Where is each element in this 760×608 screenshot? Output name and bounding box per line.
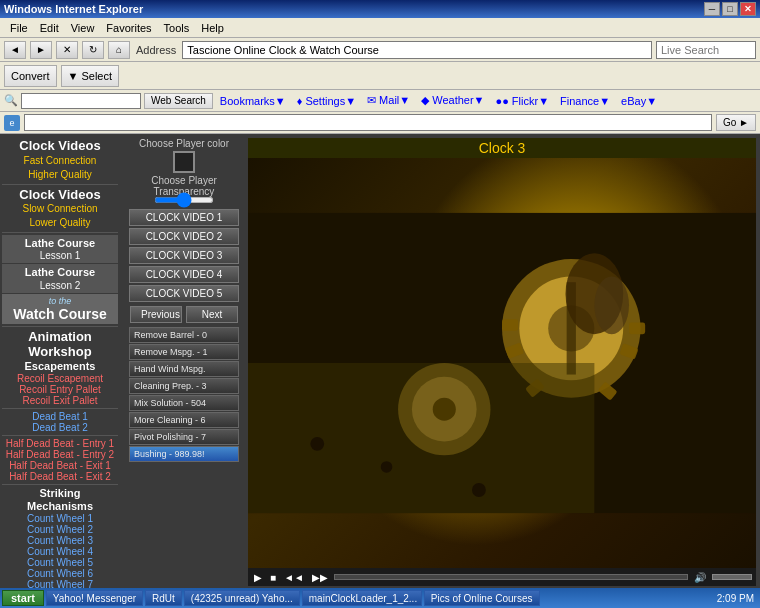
sidebar-slow-connection[interactable]: Slow Connection (2, 202, 118, 216)
chapter-0-button[interactable]: Remove Barrel - 0 (129, 327, 239, 343)
weather-link[interactable]: ◆ Weather▼ (417, 94, 488, 107)
sidebar-watch-course[interactable]: Watch Course (4, 306, 116, 322)
color-swatch[interactable] (173, 151, 195, 173)
toolbar: Convert ▼ Select (0, 62, 760, 90)
search-input[interactable] (21, 93, 141, 109)
menu-favorites[interactable]: Favorites (100, 20, 157, 36)
chapter-4-button[interactable]: Mix Solution - 504 (129, 395, 239, 411)
sidebar-lathe2-lesson[interactable]: Lesson 2 (4, 280, 116, 291)
volume-button[interactable]: 🔊 (692, 572, 708, 583)
svg-point-16 (381, 461, 393, 473)
clock-video-1-button[interactable]: CLOCK VIDEO 1 (129, 209, 239, 226)
chapter-1-button[interactable]: Remove Mspg. - 1 (129, 344, 239, 360)
fast-forward-button[interactable]: ▶▶ (310, 572, 330, 583)
maximize-button[interactable]: □ (722, 2, 738, 16)
go-button[interactable]: Go ► (716, 114, 756, 131)
window-controls: ─ □ ✕ (704, 2, 756, 16)
chapter-3-button[interactable]: Cleaning Prep. - 3 (129, 378, 239, 394)
taskbar-yahoo-messenger[interactable]: Yahoo! Messenger (46, 590, 143, 606)
sidebar-half-dead-entry2[interactable]: Half Dead Beat - Entry 2 (2, 449, 118, 460)
sidebar-half-dead-exit2[interactable]: Half Dead Beat - Exit 2 (2, 471, 118, 482)
clock-video-5-button[interactable]: CLOCK VIDEO 5 (129, 285, 239, 302)
sidebar-half-dead-entry1[interactable]: Half Dead Beat - Entry 1 (2, 438, 118, 449)
start-button[interactable]: start (2, 590, 44, 606)
web-search-button[interactable]: Web Search (144, 93, 213, 109)
menu-help[interactable]: Help (195, 20, 230, 36)
prev-next-buttons: Previous Next (130, 306, 238, 323)
video-frame[interactable] (248, 158, 756, 568)
menu-view[interactable]: View (65, 20, 101, 36)
rewind-button[interactable]: ◄◄ (282, 572, 306, 583)
address-input[interactable] (182, 41, 652, 59)
convert-button[interactable]: Convert (4, 65, 57, 87)
chapter-6-button[interactable]: Pivot Polishing - 7 (129, 429, 239, 445)
sidebar-count-wheel-5[interactable]: Count Wheel 5 (2, 557, 118, 568)
progress-bar[interactable] (334, 574, 688, 580)
search-bar: 🔍 Web Search Bookmarks▼ ♦ Settings▼ ✉ Ma… (0, 90, 760, 112)
menu-file[interactable]: File (4, 20, 34, 36)
taskbar-pics-online-courses[interactable]: Pics of Online Courses (424, 590, 540, 606)
mail-link[interactable]: ✉ Mail▼ (363, 94, 414, 107)
chapter-2-button[interactable]: Hand Wind Mspg. (129, 361, 239, 377)
sidebar-section-clock-videos-2: Clock Videos (2, 187, 118, 203)
refresh-button[interactable]: ↻ (82, 41, 104, 59)
svg-rect-14 (248, 363, 594, 513)
next-button[interactable]: Next (186, 306, 238, 323)
chapter-list: Remove Barrel - 0 Remove Mspg. - 1 Hand … (129, 327, 239, 462)
bookmarks-link[interactable]: Bookmarks▼ (216, 95, 290, 107)
sidebar-count-wheel-1[interactable]: Count Wheel 1 (2, 513, 118, 524)
flickr-link[interactable]: ●● Flickr▼ (492, 95, 554, 107)
clock-video-3-button[interactable]: CLOCK VIDEO 3 (129, 247, 239, 264)
sidebar-lower-quality[interactable]: Lower Quality (2, 216, 118, 230)
second-address-input[interactable] (24, 114, 712, 131)
menu-tools[interactable]: Tools (158, 20, 196, 36)
transparency-slider[interactable] (154, 197, 214, 203)
sidebar-higher-quality[interactable]: Higher Quality (2, 168, 118, 182)
sidebar-dead-beat-1[interactable]: Dead Beat 1 (2, 411, 118, 422)
volume-bar[interactable] (712, 574, 752, 580)
back-button[interactable]: ◄ (4, 41, 26, 59)
taskbar-rdut[interactable]: RdUt (145, 590, 182, 606)
sidebar-count-wheel-6[interactable]: Count Wheel 6 (2, 568, 118, 579)
sidebar-to-the: to the (4, 296, 116, 306)
page-icon: e (4, 115, 20, 131)
svg-point-17 (472, 483, 486, 497)
live-search-input[interactable] (656, 41, 756, 59)
settings-link[interactable]: ♦ Settings▼ (293, 95, 360, 107)
sidebar-recoil-exit-pallet[interactable]: Recoil Exit Pallet (2, 395, 118, 406)
chapter-5-button[interactable]: More Cleaning - 6 (129, 412, 239, 428)
svg-point-19 (594, 276, 629, 334)
clock-video-2-button[interactable]: CLOCK VIDEO 2 (129, 228, 239, 245)
sidebar-animation-workshop: Animation Workshop (2, 329, 118, 360)
sidebar-recoil-escapement[interactable]: Recoil Escapement (2, 373, 118, 384)
play-button[interactable]: ▶ (252, 572, 264, 583)
gear-visual (248, 158, 756, 568)
stop-button[interactable]: ■ (268, 572, 278, 583)
menu-edit[interactable]: Edit (34, 20, 65, 36)
clock-video-4-button[interactable]: CLOCK VIDEO 4 (129, 266, 239, 283)
select-button[interactable]: ▼ Select (61, 65, 120, 87)
content-area: Choose Player color Choose Player Transp… (124, 138, 756, 586)
taskbar-yahoo-mail[interactable]: (42325 unread) Yaho... (184, 590, 300, 606)
forward-button[interactable]: ► (30, 41, 52, 59)
sidebar-escapements: Escapements (2, 360, 118, 373)
sidebar-recoil-entry-pallet[interactable]: Recoil Entry Pallet (2, 384, 118, 395)
chapter-7-button[interactable]: Bushing - 989.98! (129, 446, 239, 462)
stop-button[interactable]: ✕ (56, 41, 78, 59)
home-button[interactable]: ⌂ (108, 41, 130, 59)
svg-rect-9 (502, 319, 518, 331)
minimize-button[interactable]: ─ (704, 2, 720, 16)
sidebar-fast-connection[interactable]: Fast Connection (2, 154, 118, 168)
previous-button[interactable]: Previous (130, 306, 182, 323)
sidebar-count-wheel-2[interactable]: Count Wheel 2 (2, 524, 118, 535)
sidebar-dead-beat-2[interactable]: Dead Beat 2 (2, 422, 118, 433)
finance-link[interactable]: Finance▼ (556, 95, 614, 107)
taskbar-main-clock-loader[interactable]: mainClockLoader_1_2... (302, 590, 422, 606)
convert-label: Convert (11, 70, 50, 82)
sidebar-lathe1-lesson[interactable]: Lesson 1 (4, 250, 116, 261)
sidebar-count-wheel-3[interactable]: Count Wheel 3 (2, 535, 118, 546)
sidebar-count-wheel-4[interactable]: Count Wheel 4 (2, 546, 118, 557)
close-button[interactable]: ✕ (740, 2, 756, 16)
ebay-link[interactable]: eBay▼ (617, 95, 661, 107)
sidebar-half-dead-exit1[interactable]: Half Dead Beat - Exit 1 (2, 460, 118, 471)
